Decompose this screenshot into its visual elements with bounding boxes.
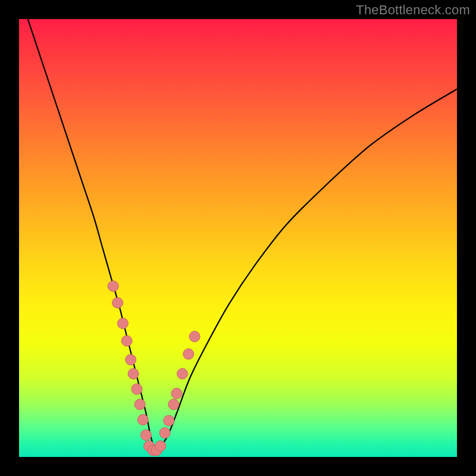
dot <box>126 355 136 365</box>
dot <box>171 388 182 399</box>
dot <box>164 415 174 426</box>
dot <box>155 441 166 452</box>
frame-background: TheBottleneck.com <box>0 0 476 476</box>
dot <box>168 399 179 410</box>
dot <box>151 445 162 456</box>
bottleneck-curve <box>28 19 457 450</box>
dot <box>134 399 145 410</box>
chart-svg <box>19 19 457 457</box>
dot <box>137 414 148 425</box>
dot <box>117 318 128 329</box>
plot-area <box>19 19 457 457</box>
dot <box>112 298 123 308</box>
dot <box>121 336 132 346</box>
dot <box>183 349 194 359</box>
dot <box>148 445 158 456</box>
dot <box>128 368 139 379</box>
dot <box>177 368 188 379</box>
dot <box>131 384 142 394</box>
dot <box>159 428 170 439</box>
highlight-dots <box>108 281 200 456</box>
dot <box>140 430 151 440</box>
dot <box>108 281 118 292</box>
dot <box>144 441 155 452</box>
dot <box>189 331 200 342</box>
watermark-label: TheBottleneck.com <box>356 2 470 18</box>
